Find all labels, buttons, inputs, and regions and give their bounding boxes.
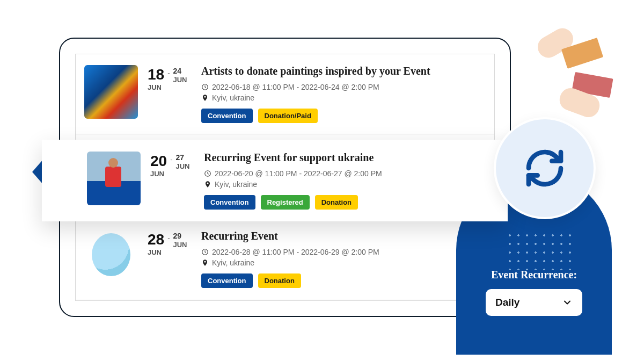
end-day: 27 — [176, 154, 190, 161]
event-thumbnail — [87, 152, 141, 205]
event-title[interactable]: Artists to donate paintings inspired by … — [201, 65, 486, 77]
start-day: 18 — [148, 67, 164, 82]
event-row[interactable]: 18 JUN - 24 JUN Artists to donate painti… — [76, 54, 494, 134]
event-location: Kyiv, ukraine — [204, 180, 466, 189]
location-pin-icon — [201, 259, 209, 267]
clock-icon — [204, 170, 211, 177]
location-pin-icon — [201, 94, 209, 102]
event-thumbnail — [84, 65, 138, 119]
clock-icon — [201, 83, 209, 91]
event-row-highlighted[interactable]: 20 JUN - 27 JUN Recurring Event for supp… — [42, 140, 508, 221]
start-month: JUN — [148, 248, 164, 256]
tag-donation-paid[interactable]: Donation/Paid — [258, 109, 318, 123]
event-location: Kyiv, ukraine — [201, 93, 486, 102]
start-month: JUN — [150, 170, 167, 178]
event-tags: Convention Registered Donation — [204, 195, 466, 210]
event-tags: Convention Donation/Paid — [201, 109, 486, 123]
event-date-range: 28 JUN - 29 JUN — [148, 232, 192, 256]
end-day: 29 — [173, 232, 187, 240]
end-month: JUN — [173, 76, 187, 84]
tag-registered[interactable]: Registered — [261, 195, 310, 210]
tag-convention[interactable]: Convention — [201, 273, 253, 288]
start-day: 20 — [150, 154, 167, 169]
start-day: 28 — [148, 232, 164, 247]
chevron-down-icon — [562, 297, 573, 308]
money-hands-graphic — [521, 32, 612, 124]
recurrence-dropdown[interactable]: Daily — [486, 289, 582, 316]
event-thumbnail — [84, 230, 138, 284]
tag-convention[interactable]: Convention — [201, 109, 253, 123]
event-row[interactable]: 28 JUN - 29 JUN Recurring Event 2022-06-… — [76, 219, 494, 299]
event-datetime: 2022-06-20 @ 11:00 PM - 2022-06-27 @ 2:0… — [204, 169, 466, 178]
event-title[interactable]: Recurring Event for support ukraine — [204, 152, 466, 164]
end-month: JUN — [176, 162, 190, 170]
event-tags: Convention Donation — [201, 273, 486, 288]
start-month: JUN — [148, 83, 164, 91]
event-title[interactable]: Recurring Event — [201, 230, 486, 242]
dot-grid-decoration — [506, 231, 575, 270]
event-date-range: 18 JUN - 24 JUN — [148, 67, 192, 91]
tag-donation[interactable]: Donation — [258, 273, 301, 288]
recurrence-selected: Daily — [495, 297, 519, 308]
recurrence-circle — [494, 117, 596, 219]
refresh-icon — [523, 147, 566, 190]
clock-icon — [201, 248, 209, 256]
tag-donation[interactable]: Donation — [315, 195, 358, 210]
recurrence-label: Event Recurrence: — [456, 269, 612, 281]
tag-convention[interactable]: Convention — [204, 195, 255, 210]
event-location: Kyiv, ukraine — [201, 258, 486, 267]
location-pin-icon — [204, 181, 211, 188]
event-datetime: 2022-06-18 @ 11:00 PM - 2022-06-24 @ 2:0… — [201, 83, 486, 91]
end-day: 24 — [173, 67, 187, 75]
event-date-range: 20 JUN - 27 JUN — [150, 154, 194, 178]
date-separator: - — [167, 234, 170, 242]
event-datetime: 2022-06-28 @ 11:00 PM - 2022-06-29 @ 2:0… — [201, 248, 486, 256]
date-separator: - — [170, 155, 172, 163]
end-month: JUN — [173, 241, 187, 249]
date-separator: - — [167, 69, 170, 77]
